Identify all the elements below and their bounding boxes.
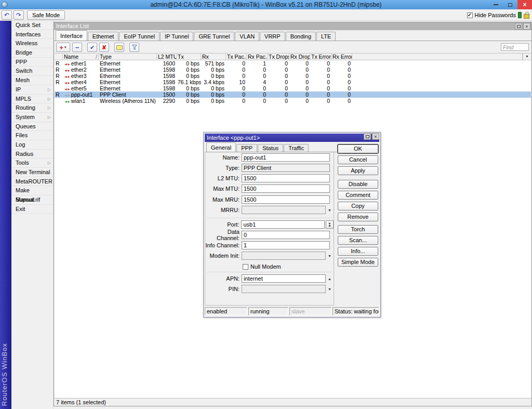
table-row-wlan1[interactable]: ◄►wlan1 Wireless (Atheros 11N) 2290 0 bp…	[55, 98, 531, 104]
column-header-l2mtu[interactable]: L2 MTU	[157, 54, 177, 60]
column-header-type[interactable]: Type	[99, 54, 157, 60]
sidebar-item-routing[interactable]: Routing▷	[11, 103, 53, 113]
pin-dropdown-arrow-icon[interactable]: ▼	[328, 287, 331, 291]
sidebar-item-files[interactable]: Files	[11, 131, 53, 140]
copy-button[interactable]: Copy	[338, 202, 378, 210]
window-close-button[interactable]: ×	[523, 23, 530, 30]
sidebar-item-wireless[interactable]: Wireless	[11, 39, 53, 48]
port-field[interactable]	[241, 220, 325, 229]
close-button[interactable]: ×	[517, 0, 532, 9]
apn-dropdown-arrow-icon[interactable]: ▲	[328, 277, 331, 281]
sidebar-item-radius[interactable]: Radius	[11, 150, 53, 159]
mrru-dropdown-arrow-icon[interactable]: ▼	[328, 208, 331, 212]
tab-interface[interactable]: Interface	[56, 30, 87, 41]
redo-button[interactable]: ↷	[14, 10, 24, 20]
simple-mode-button[interactable]: Simple Mode	[338, 258, 378, 267]
scan-button[interactable]: Scan...	[338, 236, 378, 245]
mrru-field[interactable]	[242, 206, 326, 214]
pin-field[interactable]	[242, 285, 326, 293]
port-select-button[interactable]: ↧	[326, 220, 334, 229]
find-input[interactable]	[501, 43, 529, 51]
data-channel-field[interactable]	[242, 231, 330, 239]
window-restore-button[interactable]	[515, 23, 522, 30]
dialog-close-button[interactable]: ×	[372, 133, 379, 140]
torch-button[interactable]: Torch	[338, 225, 378, 234]
table-row-ether3[interactable]: R ◄►ether3 Ethernet 1598 0 bps 0 bps 0 0…	[55, 73, 531, 79]
filter-button[interactable]	[129, 43, 139, 52]
null-modem-checkbox[interactable]	[243, 264, 248, 270]
tab-status[interactable]: Status	[258, 144, 283, 152]
add-button[interactable]: +▼	[56, 43, 70, 52]
remove-button[interactable]: Remove	[338, 213, 378, 221]
table-row-ether4[interactable]: R ◄►ether4 Ethernet 1598 76.1 kbps 3.4 k…	[55, 79, 531, 85]
sidebar-item-mesh[interactable]: Mesh	[11, 76, 53, 85]
column-header-tx[interactable]: Tx	[177, 54, 201, 60]
tab-ppp[interactable]: PPP	[236, 144, 257, 152]
tab-general[interactable]: General	[206, 142, 236, 152]
sidebar-item-exit[interactable]: Exit	[11, 205, 53, 214]
sidebar-item-mpls[interactable]: MPLS▷	[11, 95, 53, 104]
column-header-tx-errors[interactable]: Tx Errors	[310, 54, 331, 60]
sidebar-item-bridge[interactable]: Bridge	[11, 48, 53, 58]
tab-ethernet[interactable]: Ethernet	[88, 32, 119, 41]
safe-mode-button[interactable]: Safe Mode	[27, 10, 65, 20]
l2-mtu-field[interactable]	[242, 174, 330, 182]
comment-button[interactable]	[114, 43, 124, 52]
disable-button[interactable]: ✘	[99, 43, 109, 52]
undo-button[interactable]: ↶	[2, 10, 12, 20]
column-header-rx-drops[interactable]: Rx Drops	[289, 54, 310, 60]
disable-button[interactable]: Disable	[338, 180, 378, 189]
sidebar-item-new-terminal[interactable]: New Terminal	[11, 168, 53, 177]
sidebar-item-log[interactable]: Log	[11, 140, 53, 150]
table-row-ether2[interactable]: R ◄►ether2 Ethernet 1598 0 bps 0 bps 0 0…	[55, 67, 531, 73]
apn-field[interactable]	[242, 274, 326, 283]
dialog-maximize-button[interactable]	[364, 133, 371, 140]
info-button[interactable]: Info...	[338, 247, 378, 256]
remove-button[interactable]: −	[72, 43, 82, 52]
column-header-tx-packets[interactable]: Tx Pac...	[226, 54, 247, 60]
sidebar-item-ppp[interactable]: PPP	[11, 58, 53, 67]
tab-gre-tunnel[interactable]: GRE Tunnel	[194, 32, 234, 41]
sidebar-item-switch[interactable]: Switch	[11, 67, 53, 76]
sidebar-item-system[interactable]: System▷	[11, 113, 53, 122]
max-mru-field[interactable]	[242, 195, 330, 204]
tab-bonding[interactable]: Bonding	[286, 32, 316, 41]
sidebar-item-tools[interactable]: Tools▷	[11, 159, 53, 168]
sidebar-item-quick-set[interactable]: Quick Set	[11, 21, 53, 30]
modem-init-dropdown-arrow-icon[interactable]: ▼	[328, 254, 331, 258]
table-row-ether1[interactable]: R ◄►ether1 Ethernet 1600 0 bps 571 bps 0…	[55, 60, 531, 67]
tab-ip-tunnel[interactable]: IP Tunnel	[160, 32, 193, 41]
column-header-rx-packets[interactable]: Rx Pac...	[247, 54, 268, 60]
cancel-button[interactable]: Cancel	[338, 155, 378, 164]
minimize-button[interactable]	[488, 0, 503, 9]
maximize-button[interactable]	[503, 0, 517, 9]
tab-vrrp[interactable]: VRRP	[260, 32, 285, 41]
tab-vlan[interactable]: VLAN	[235, 32, 259, 41]
tab-lte[interactable]: LTE	[316, 32, 336, 41]
sidebar-item-metarouter[interactable]: MetaROUTER	[11, 177, 53, 187]
info-channel-field[interactable]	[242, 241, 330, 249]
table-row-ppp-out1-selected[interactable]: R ◄►ppp-out1 PPP Client 1500 0 bps 0 bps…	[55, 91, 531, 98]
tab-traffic[interactable]: Traffic	[284, 144, 309, 152]
sidebar-item-queues[interactable]: Queues	[11, 122, 53, 131]
column-header-tx-drops[interactable]: Tx Drops	[268, 54, 289, 60]
modem-init-field[interactable]	[242, 252, 326, 260]
sidebar-item-make-supout[interactable]: Make Supout.rif	[11, 186, 53, 195]
hide-passwords-checkbox[interactable]	[467, 12, 473, 18]
column-header-flag[interactable]	[55, 54, 63, 60]
column-header-rx-errors[interactable]: Rx Errors	[331, 54, 352, 60]
max-mtu-field[interactable]	[242, 184, 330, 193]
table-row-ether5[interactable]: ◄►ether5 Ethernet 1598 0 bps 0 bps 0 0 0…	[55, 85, 531, 91]
sidebar-item-interfaces[interactable]: Interfaces	[11, 30, 53, 39]
column-header-name[interactable]: Name/	[63, 54, 99, 60]
tab-eoip-tunnel[interactable]: EoIP Tunnel	[119, 32, 159, 41]
column-header-rx[interactable]: Rx	[201, 54, 226, 60]
name-field[interactable]	[242, 153, 330, 162]
sidebar-item-ip[interactable]: IP▷	[11, 85, 53, 95]
enable-button[interactable]: ✔	[87, 43, 97, 52]
sidebar-item-manual[interactable]: Manual	[11, 195, 53, 205]
comment-button[interactable]: Comment	[338, 191, 378, 200]
column-select-arrow-icon[interactable]: ▼	[523, 54, 531, 60]
apply-button[interactable]: Apply	[338, 166, 378, 175]
ok-button[interactable]: OK	[338, 144, 378, 153]
